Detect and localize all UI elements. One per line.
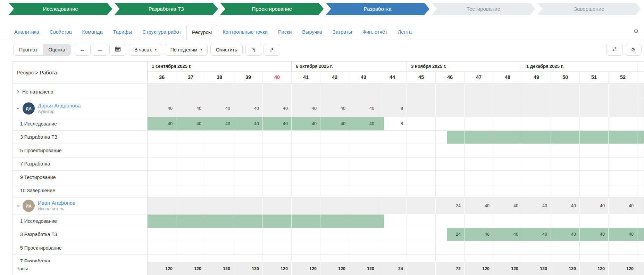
hours-cell[interactable] bbox=[148, 171, 176, 184]
stage-chevron[interactable]: Завершение bbox=[537, 3, 641, 15]
hours-cell[interactable]: 40 bbox=[349, 117, 378, 130]
hours-cell[interactable] bbox=[407, 197, 436, 214]
tab-7[interactable]: Контрольные точки bbox=[217, 24, 273, 40]
hours-cell[interactable] bbox=[493, 184, 522, 197]
chevron-down-icon[interactable] bbox=[16, 106, 20, 111]
tab-4[interactable]: Тарифы bbox=[108, 24, 137, 40]
hours-cell[interactable] bbox=[349, 171, 378, 184]
person-name-link[interactable]: Дарья Андропова bbox=[38, 103, 81, 109]
estimate-mode-button[interactable]: Оценка bbox=[43, 44, 71, 55]
hours-cell[interactable] bbox=[580, 131, 609, 144]
hours-cell[interactable] bbox=[205, 184, 234, 197]
hours-cell[interactable] bbox=[407, 171, 436, 184]
hours-cell[interactable] bbox=[493, 157, 522, 171]
hours-cell[interactable] bbox=[378, 228, 407, 241]
hours-cell[interactable]: 8 bbox=[378, 117, 407, 130]
hours-cell[interactable] bbox=[263, 171, 292, 184]
hours-cell[interactable]: 40 bbox=[609, 228, 637, 241]
hours-cell[interactable]: 40 bbox=[349, 100, 378, 117]
hours-cell[interactable] bbox=[378, 197, 407, 214]
hours-cell[interactable] bbox=[148, 228, 176, 241]
hours-cell[interactable] bbox=[176, 157, 205, 171]
tab-2[interactable]: Свойства bbox=[44, 24, 77, 40]
clear-button[interactable]: Очистить bbox=[210, 44, 243, 56]
hours-cell[interactable] bbox=[378, 255, 407, 262]
hours-cell[interactable]: 40 bbox=[148, 117, 176, 130]
hours-cell[interactable] bbox=[176, 171, 205, 184]
hours-cell[interactable] bbox=[292, 241, 320, 254]
hours-cell[interactable] bbox=[292, 131, 320, 144]
hours-cell[interactable] bbox=[580, 117, 609, 130]
prev-period-button[interactable]: ← bbox=[74, 44, 91, 56]
units-dropdown[interactable]: В часах ▾ bbox=[129, 44, 162, 56]
hours-cell[interactable] bbox=[436, 117, 465, 130]
undo-button[interactable]: ↰ bbox=[245, 44, 262, 56]
hours-cell[interactable] bbox=[378, 157, 407, 171]
tab-8[interactable]: Риски bbox=[273, 24, 297, 40]
hours-cell[interactable] bbox=[407, 144, 436, 157]
hours-cell[interactable] bbox=[349, 84, 378, 100]
hours-cell[interactable] bbox=[465, 100, 493, 117]
hours-cell[interactable] bbox=[320, 184, 349, 197]
hours-cell[interactable] bbox=[522, 171, 551, 184]
task-label[interactable]: 9 Тестирование bbox=[20, 175, 56, 180]
hours-cell[interactable] bbox=[407, 84, 436, 100]
hours-cell[interactable] bbox=[436, 100, 465, 117]
hours-cell[interactable] bbox=[493, 100, 522, 117]
hours-cell[interactable] bbox=[580, 144, 609, 157]
hours-cell[interactable] bbox=[148, 144, 176, 157]
hours-cell[interactable] bbox=[292, 228, 320, 241]
hours-cell[interactable] bbox=[320, 171, 349, 184]
hours-cell[interactable] bbox=[378, 241, 407, 254]
hours-cell[interactable] bbox=[580, 100, 609, 117]
hours-cell[interactable] bbox=[407, 241, 436, 254]
hours-cell[interactable] bbox=[522, 117, 551, 130]
hours-cell[interactable] bbox=[378, 215, 407, 228]
hours-cell[interactable] bbox=[465, 131, 493, 144]
hours-cell[interactable] bbox=[349, 144, 378, 157]
stage-chevron[interactable]: Разработка bbox=[326, 3, 430, 15]
hours-cell[interactable] bbox=[522, 84, 551, 100]
hours-cell[interactable] bbox=[609, 184, 637, 197]
hours-cell[interactable] bbox=[609, 144, 637, 157]
hours-cell[interactable] bbox=[493, 84, 522, 100]
hours-cell[interactable] bbox=[205, 255, 234, 262]
task-label[interactable]: 5 Проектирование bbox=[20, 148, 62, 153]
hours-cell[interactable] bbox=[407, 131, 436, 144]
hours-cell[interactable]: 8 bbox=[378, 100, 407, 117]
hours-cell[interactable]: 40 bbox=[176, 100, 205, 117]
tab-10[interactable]: Затраты bbox=[327, 24, 357, 40]
hours-cell[interactable] bbox=[234, 215, 263, 228]
hours-cell[interactable] bbox=[522, 241, 551, 254]
hours-cell[interactable] bbox=[551, 144, 580, 157]
hours-cell[interactable] bbox=[205, 84, 234, 100]
hours-cell[interactable] bbox=[407, 228, 436, 241]
task-label[interactable]: 5 Проектирование bbox=[20, 245, 62, 251]
hours-cell[interactable] bbox=[234, 171, 263, 184]
hours-cell[interactable] bbox=[176, 255, 205, 262]
hours-cell[interactable] bbox=[205, 215, 234, 228]
hours-cell[interactable] bbox=[234, 144, 263, 157]
hours-cell[interactable] bbox=[263, 255, 292, 262]
hours-cell[interactable] bbox=[205, 171, 234, 184]
hours-cell[interactable] bbox=[465, 171, 493, 184]
hours-cell[interactable] bbox=[580, 241, 609, 254]
hours-cell[interactable] bbox=[292, 215, 320, 228]
tab-settings-gear-icon[interactable]: ⚙ bbox=[634, 28, 638, 34]
hours-cell[interactable] bbox=[580, 157, 609, 171]
hours-cell[interactable] bbox=[609, 157, 637, 171]
chevron-down-icon[interactable] bbox=[16, 204, 20, 208]
hours-cell[interactable] bbox=[349, 184, 378, 197]
hours-cell[interactable] bbox=[148, 184, 176, 197]
task-label[interactable]: 1 Исследование bbox=[20, 121, 57, 127]
hours-cell[interactable] bbox=[465, 157, 493, 171]
hours-cell[interactable] bbox=[551, 255, 580, 262]
hours-cell[interactable] bbox=[522, 255, 551, 262]
stage-chevron[interactable]: Разработка ТЗ bbox=[115, 3, 218, 15]
chevron-right-icon[interactable] bbox=[16, 90, 20, 94]
hours-cell[interactable]: 40 bbox=[551, 228, 580, 241]
hours-cell[interactable] bbox=[407, 100, 436, 117]
task-label[interactable]: 7 Разработка bbox=[20, 161, 50, 167]
task-label[interactable]: 3 Разработка ТЗ bbox=[20, 134, 57, 140]
task-label[interactable]: 1 Исследование bbox=[20, 218, 57, 224]
